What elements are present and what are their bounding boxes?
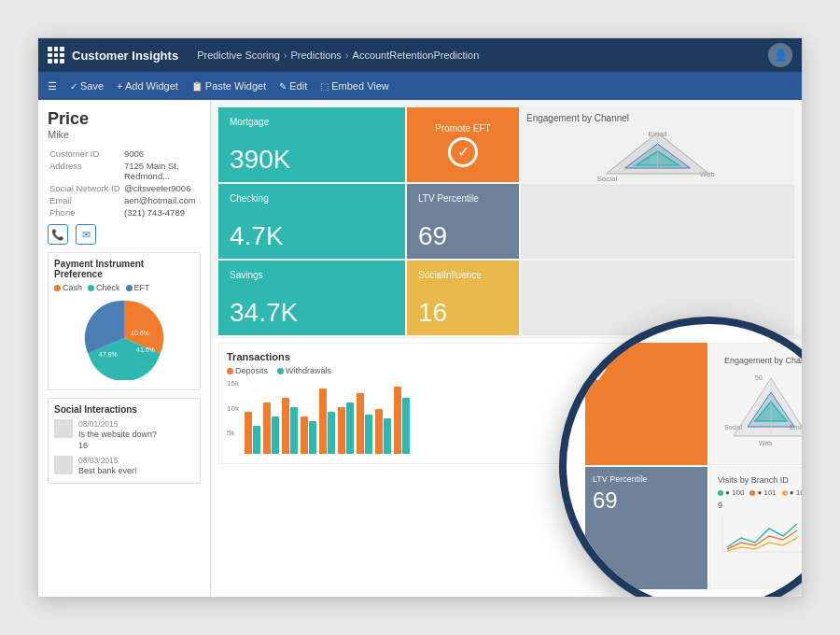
bar-withdrawal-4	[309, 421, 316, 454]
bar-deposit-2	[263, 402, 271, 454]
mag-engagement-title: Engagement by Channel	[724, 356, 803, 365]
value-address: 7125 Main St, Redmond...	[122, 160, 201, 182]
bar-group-4	[301, 416, 316, 454]
y-axis: 15k10k5k	[227, 379, 241, 454]
label-social-network: Social Network ID	[48, 182, 122, 194]
checking-label: Checking	[230, 193, 394, 204]
visits-legend-101: ● 101	[749, 488, 776, 497]
pie-chart: 10.6% 41.6% 47.8%	[54, 296, 194, 380]
social-avatar-2	[54, 456, 73, 474]
bar-group-6	[338, 402, 354, 454]
legend-dot-cash	[54, 285, 61, 291]
ltv-value: 69	[418, 223, 508, 249]
bar-withdrawal-3	[290, 407, 298, 454]
breadcrumb-sep-2: ›	[345, 49, 349, 61]
visits-dot-100	[718, 490, 723, 496]
social-interactions-title: Social Interactions	[54, 404, 194, 415]
social-avatar-1	[54, 419, 73, 438]
bar-group-9	[394, 387, 410, 454]
social-date-1: 08/01/2015	[78, 419, 157, 430]
customer-info: Customer ID9006 Address7125 Main St, Red…	[48, 148, 201, 219]
legend-deposits: Deposits	[227, 366, 268, 375]
svg-text:41.6%: 41.6%	[136, 346, 155, 353]
embed-view-button[interactable]: ⬚ Embed View	[320, 80, 389, 92]
promote-eft-label: Promote EFT	[435, 123, 490, 134]
savings-tile: Savings 34.7K	[218, 261, 405, 335]
social-text-1: 08/01/2015 Is the website down? 16	[78, 419, 157, 451]
save-button[interactable]: ✓ Save	[70, 80, 104, 92]
bar-deposit-3	[282, 398, 289, 454]
visits-dot-102	[782, 490, 788, 496]
bar-group-5	[319, 388, 335, 454]
bar-group-7	[357, 393, 372, 454]
metrics-grid: Mortgage 390K Promote EFT ✓ Engagement b…	[211, 100, 802, 339]
grid-icon[interactable]	[48, 47, 64, 64]
contact-icons: 📞 ✉	[48, 224, 201, 245]
bar-withdrawal-5	[328, 412, 335, 454]
legend-check: Check	[88, 283, 120, 292]
mag-tile-ltv: LTV Percentile 69	[585, 467, 707, 589]
bar-chart	[245, 379, 410, 454]
social-influence-value: 16	[418, 300, 508, 326]
bar-withdrawal-2	[272, 416, 279, 454]
withdrawal-dot	[277, 368, 284, 374]
social-text-2: 08/03/2015 Best bank ever!	[78, 456, 137, 477]
savings-label: Savings	[230, 270, 394, 280]
save-icon: ✓	[70, 81, 77, 92]
mortgage-value: 390K	[230, 147, 394, 173]
edit-icon: ✎	[279, 81, 287, 92]
bar-deposit-4	[301, 416, 308, 454]
hamburger-menu[interactable]: ☰	[48, 80, 57, 92]
toolbar: ☰ ✓ Save + Add Widget 📋 Paste Widget ✎ E…	[38, 72, 802, 100]
breadcrumb-sep-1: ›	[284, 49, 287, 61]
spacer-tile	[521, 184, 794, 259]
visits-dot-101	[749, 490, 755, 496]
visits-legend-102: ● 102	[782, 488, 803, 497]
checking-tile: Checking 4.7K	[218, 184, 405, 259]
promote-eft-tile: Promote EFT ✓	[407, 107, 519, 182]
mortgage-label: Mortgage	[230, 117, 394, 127]
engagement-title: Engagement by Channel	[526, 113, 789, 123]
label-customer-id: Customer ID	[48, 148, 122, 160]
bar-withdrawal-9	[402, 398, 410, 454]
mag-radar-chart: Social 50 Emai Web	[720, 369, 804, 453]
savings-value: 34.7K	[230, 300, 394, 326]
label-phone: Phone	[48, 206, 122, 219]
paste-icon: 📋	[191, 81, 203, 92]
legend-withdrawals: Withdrawals	[277, 366, 331, 375]
breadcrumb-item-1[interactable]: Predictive Scoring	[197, 49, 280, 61]
add-widget-button[interactable]: + Add Widget	[117, 80, 178, 92]
breadcrumb-item-2[interactable]: Predictions	[290, 49, 341, 61]
svg-text:Social: Social	[597, 175, 618, 183]
checking-value: 4.7K	[230, 223, 394, 249]
edit-button[interactable]: ✎ Edit	[279, 80, 307, 92]
mag-tile-engagement: Engagement by Channel Social 50 Emai Web	[709, 343, 803, 465]
paste-widget-button[interactable]: 📋 Paste Widget	[191, 80, 266, 92]
breadcrumb: Predictive Scoring › Predictions › Accou…	[197, 49, 479, 61]
label-email: Email	[48, 194, 122, 206]
ltv-label: LTV Percentile	[418, 193, 508, 204]
bar-group-3	[282, 398, 298, 454]
customer-username: Mike	[48, 129, 201, 140]
deposit-dot	[227, 368, 233, 374]
visits-value: 9	[718, 501, 803, 510]
visits-legend-100: ● 100	[718, 488, 744, 497]
social-interactions-card: Social Interactions 08/01/2015 Is the we…	[48, 398, 201, 484]
social-influence-tile: SocialInfluence 16	[407, 261, 519, 335]
phone-icon[interactable]: 📞	[48, 224, 68, 245]
user-icon[interactable]: 👤	[768, 43, 792, 67]
visits-title: Visits by Branch ID	[718, 475, 803, 485]
email-icon[interactable]: ✉	[76, 224, 96, 245]
visits-legend: ● 100 ● 101 ● 102	[718, 488, 803, 497]
bar-deposit-6	[338, 407, 345, 454]
label-address: Address	[48, 160, 122, 182]
breadcrumb-item-3[interactable]: AccountRetentionPrediction	[353, 49, 480, 61]
mag-ltv-value: 69	[593, 487, 700, 514]
legend-dot-eft	[126, 285, 133, 291]
svg-text:47.8%: 47.8%	[99, 351, 118, 358]
bar-withdrawal-7	[365, 415, 372, 454]
promote-eft-check: ✓	[448, 137, 478, 167]
menu-icon: ☰	[48, 80, 57, 92]
svg-text:10.6%: 10.6%	[131, 330, 149, 336]
mag-tile-visits: Visits by Branch ID ● 100 ● 101 ● 102	[709, 467, 803, 589]
